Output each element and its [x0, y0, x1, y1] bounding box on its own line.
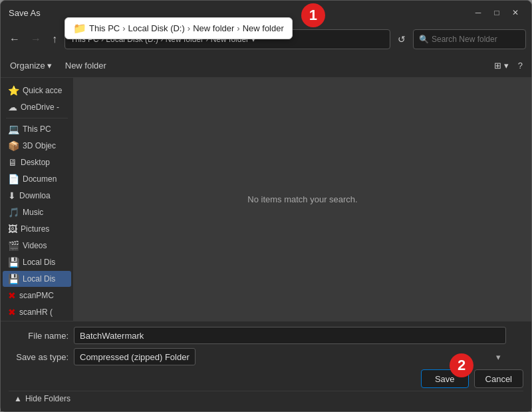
local-disk-c-icon: 💾 [8, 257, 19, 268]
sidebar-label-documents: Documen [23, 174, 57, 184]
organize-label: Organize [10, 61, 45, 71]
filename-label: File name: [9, 331, 68, 341]
organize-arrow: ▾ [47, 61, 52, 71]
breadcrumb-localdisk: Local Disk (D:) [128, 23, 185, 33]
breadcrumb-thispc: This PC [89, 23, 120, 33]
sidebar-label-this-pc: This PC [23, 124, 51, 134]
music-icon: 🎵 [8, 207, 19, 218]
documents-icon: 📄 [8, 174, 19, 184]
hide-folders-label: Hide Folders [25, 394, 70, 403]
help-button[interactable]: ? [515, 59, 526, 72]
savetype-select[interactable]: Compressed (zipped) Folder [74, 348, 196, 365]
savetype-row: Save as type: Compressed (zipped) Folder [9, 348, 523, 365]
badge-1: 1 [301, 3, 325, 27]
view-controls: ⊞ ▾ ? [491, 59, 526, 72]
close-button[interactable]: ✕ [507, 5, 523, 21]
sidebar-separator-1 [6, 118, 68, 118]
filename-row: File name: [9, 327, 523, 344]
quick-access-icon: ⭐ [8, 85, 19, 96]
search-icon: 🔍 [419, 35, 429, 44]
new-folder-label: New folder [65, 61, 106, 71]
content-pane: No items match your search. [74, 78, 531, 321]
dialog-title: Save As [9, 8, 41, 18]
maximize-button[interactable]: □ [489, 5, 505, 21]
sidebar-item-desktop[interactable]: 🖥 Desktop [3, 154, 71, 170]
sidebar-label-videos: Videos [23, 241, 47, 250]
local-disk-d-icon: 💾 [8, 274, 19, 284]
breadcrumb-folder-icon: 📁 [73, 22, 86, 35]
address-toolbar: ← → ↑ 📁 This PC › Local Disk (D:) › New … [1, 25, 531, 54]
sidebar-label-music: Music [23, 208, 43, 217]
badge-2: 2 [450, 353, 473, 377]
videos-icon: 🎬 [8, 240, 19, 251]
sidebar-item-downloads[interactable]: ⬇ Downloa [3, 188, 71, 204]
sidebar-label-3d-objects: 3D Objec [23, 141, 56, 150]
3d-objects-icon: 📦 [8, 140, 19, 151]
onedrive-icon: ☁ [8, 102, 17, 112]
search-input[interactable] [432, 35, 520, 44]
sidebar-item-scanhr[interactable]: ✖ scanHR ( [3, 304, 71, 320]
downloads-icon: ⬇ [8, 190, 16, 201]
filename-input[interactable] [74, 327, 506, 344]
sidebar-item-local-disk-c[interactable]: 💾 Local Dis [3, 254, 71, 270]
sidebar-label-local-disk-d: Local Dis [23, 274, 55, 284]
view-icon: ⊞ [494, 61, 501, 71]
savetype-label: Save as type: [9, 352, 68, 362]
organize-button[interactable]: Organize ▾ [6, 59, 56, 72]
minimize-button[interactable]: ─ [470, 5, 486, 21]
search-box: 🔍 [413, 29, 526, 49]
sidebar-item-pictures[interactable]: 🖼 Pictures [3, 221, 71, 237]
hide-folders-arrow: ▲ [14, 394, 22, 403]
breadcrumb-newfolder2: New folder [243, 23, 284, 33]
refresh-button[interactable]: ↺ [394, 32, 409, 47]
button-row: 2 Save Cancel [9, 369, 523, 388]
breadcrumb-newfolder1: New folder [193, 23, 234, 33]
cancel-button[interactable]: Cancel [474, 369, 523, 388]
new-folder-button[interactable]: New folder [61, 59, 110, 72]
sidebar-label-downloads: Downloa [19, 191, 51, 200]
sidebar-label-quick-access: Quick acce [23, 86, 62, 95]
window-controls: ─ □ ✕ [470, 5, 523, 21]
sidebar-item-onedrive[interactable]: ☁ OneDrive - [3, 99, 71, 115]
empty-message: No items match your search. [247, 194, 357, 204]
action-toolbar: Organize ▾ New folder ⊞ ▾ ? [1, 54, 531, 78]
sidebar-label-desktop: Desktop [21, 158, 50, 167]
save-as-dialog: Save As ─ □ ✕ ← → ↑ 📁 This PC › Local Di… [0, 0, 532, 412]
address-bar-wrapper: 📁 This PC › Local Disk (D:) › New folder… [65, 29, 390, 49]
hide-folders-button[interactable]: ▲ Hide Folders [9, 391, 523, 406]
up-button[interactable]: ↑ [49, 31, 61, 47]
sidebar-label-scanpmc: scanPMC [19, 291, 54, 300]
view-button[interactable]: ⊞ ▾ [491, 59, 512, 72]
sidebar: ⭐ Quick acce ☁ OneDrive - 💻 This PC 📦 3D… [1, 78, 74, 321]
breadcrumb-callout[interactable]: 📁 This PC › Local Disk (D:) › New folder… [65, 17, 293, 39]
sidebar-item-quick-access[interactable]: ⭐ Quick acce [3, 83, 71, 99]
sidebar-item-this-pc[interactable]: 💻 This PC [3, 121, 71, 137]
sidebar-item-documents[interactable]: 📄 Documen [3, 171, 71, 187]
sidebar-item-3d-objects[interactable]: 📦 3D Objec [3, 138, 71, 154]
desktop-icon: 🖥 [8, 157, 17, 168]
main-area: ⭐ Quick acce ☁ OneDrive - 💻 This PC 📦 3D… [1, 78, 531, 321]
savetype-wrapper: Compressed (zipped) Folder [74, 348, 506, 365]
back-button[interactable]: ← [6, 31, 23, 47]
title-bar-left: Save As [9, 8, 41, 18]
view-dropdown-icon: ▾ [504, 61, 509, 71]
sidebar-label-onedrive: OneDrive - [21, 103, 59, 112]
sidebar-item-music[interactable]: 🎵 Music [3, 204, 71, 220]
sidebar-label-scanhr: scanHR ( [19, 308, 53, 317]
sidebar-item-videos[interactable]: 🎬 Videos [3, 238, 71, 254]
pictures-icon: 🖼 [8, 224, 17, 234]
sidebar-item-scanpmc[interactable]: ✖ scanPMC [3, 288, 71, 304]
sidebar-label-local-disk-c: Local Dis [23, 258, 55, 267]
sidebar-label-pictures: Pictures [21, 224, 49, 234]
scanpmc-icon: ✖ [8, 290, 16, 301]
scanhr-icon: ✖ [8, 307, 16, 317]
sidebar-item-local-disk-d[interactable]: 💾 Local Dis [3, 271, 71, 287]
this-pc-icon: 💻 [8, 124, 19, 134]
forward-button[interactable]: → [27, 31, 45, 47]
bottom-section: File name: Save as type: Compressed (zip… [1, 321, 531, 411]
